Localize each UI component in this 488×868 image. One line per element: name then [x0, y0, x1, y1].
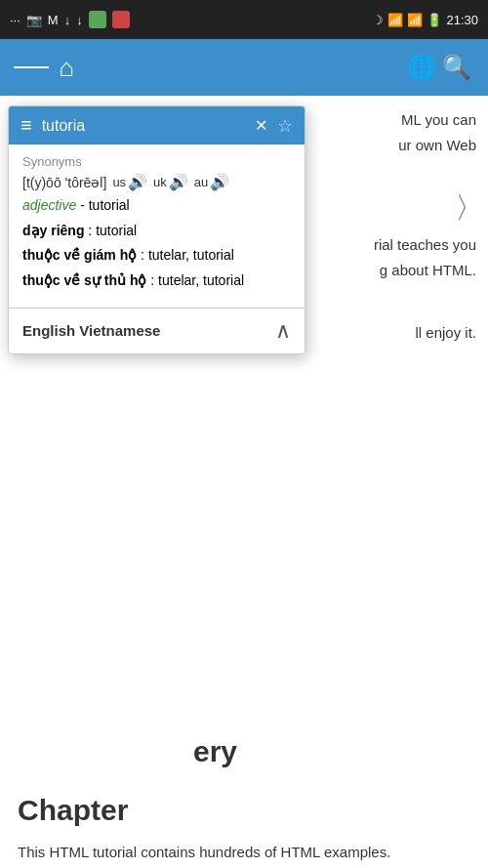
wifi-icon: 📶: [387, 13, 403, 27]
search-icon: 🔍: [442, 54, 471, 81]
gmail-icon: M: [48, 13, 59, 27]
chapter-section: Chapter This HTML tutorial contains hund…: [0, 780, 488, 868]
au-audio-button[interactable]: au 🔊: [194, 173, 229, 191]
time-display: 21:30: [446, 13, 478, 27]
chevron-up-button[interactable]: ∧: [275, 318, 291, 344]
dict-entry-1: adjective - tutorial: [22, 195, 291, 217]
uk-audio-button[interactable]: uk 🔊: [153, 173, 188, 191]
nav-bar: ⌂ 🌐 🔍: [0, 39, 488, 96]
entry-4-text: : tutelar, tutorial: [146, 272, 244, 288]
status-icons-left: ··· 📷 M ↓ ↓: [10, 11, 130, 28]
dict-star-button[interactable]: ☆: [277, 115, 293, 137]
page-lower-content: ery: [0, 735, 488, 770]
dict-popup-title: tutoria: [42, 117, 245, 135]
status-icons-right: ☽ 📶 📶 🔋 21:30: [372, 13, 478, 27]
home-icon: ⌂: [59, 53, 74, 83]
chapter-title: Chapter: [18, 794, 470, 827]
us-audio-button[interactable]: us 🔊: [112, 173, 147, 191]
dict-language-label: English Vietnamese: [22, 322, 160, 339]
dots-icon: ···: [10, 13, 20, 27]
au-speaker-icon: 🔊: [210, 173, 229, 191]
camera-icon: 📷: [26, 13, 42, 27]
globe-button[interactable]: 🌐: [404, 50, 439, 85]
hamburger-menu-button[interactable]: [14, 50, 49, 85]
bg-text-line2: ur own Web: [398, 133, 476, 158]
entry-3-bold: thuộc về giám hộ: [22, 247, 137, 263]
word-type-label: adjective: [22, 197, 76, 213]
bg-text-mid2: g about HTML.: [374, 258, 476, 283]
status-bar: ··· 📷 M ↓ ↓ ☽ 📶 📶 🔋 21:30: [0, 0, 488, 39]
entry-1-text: - tutorial: [76, 197, 129, 213]
bg-text-bot1: ll enjoy it.: [415, 320, 476, 346]
very-fragment: ery: [18, 735, 470, 768]
right-arrow-decoration: 〉: [455, 188, 484, 228]
app1-icon: [89, 11, 106, 28]
page-para-1: This HTML tutorial contains hundreds of …: [18, 841, 470, 864]
entry-3-text: : tutelar, tutorial: [137, 247, 234, 263]
entry-2-text: : tutorial: [84, 223, 137, 238]
au-label: au: [194, 175, 208, 189]
moon-icon: ☽: [372, 13, 384, 27]
uk-speaker-icon: 🔊: [169, 173, 188, 191]
signal-icon: 📶: [407, 13, 423, 27]
bg-text-middle: rial teaches you g about HTML.: [374, 232, 476, 282]
dict-popup-body: Synonyms [t(y)ōō 'tôrēəl] us 🔊 uk 🔊 au 🔊: [9, 145, 305, 308]
home-button[interactable]: ⌂: [49, 50, 84, 85]
dict-popup-footer: English Vietnamese ∧: [9, 308, 305, 353]
bg-text-bottom: ll enjoy it.: [415, 320, 476, 346]
main-content: 〈 〉 ML you can ur own Web rial teaches y…: [0, 96, 488, 780]
synonyms-label: Synonyms: [22, 154, 291, 169]
dictionary-popup: ≡ tutoria ✕ ☆ Synonyms [t(y)ōō 'tôrēəl] …: [8, 105, 305, 354]
download-icon: ↓: [64, 13, 71, 27]
dict-close-button[interactable]: ✕: [255, 116, 267, 135]
phonetic-text: [t(y)ōō 'tôrēəl]: [22, 175, 106, 190]
download2-icon: ↓: [76, 13, 83, 27]
us-speaker-icon: 🔊: [128, 173, 147, 191]
bg-text-line1: ML you can: [398, 107, 476, 133]
app2-icon: [112, 11, 130, 28]
search-button[interactable]: 🔍: [439, 50, 474, 85]
bg-text-top: ML you can ur own Web: [398, 107, 476, 157]
dict-entry-2: dạy riêng : tutorial: [22, 221, 291, 242]
dict-entry-4: thuộc về sự thủ hộ : tutelar, tutorial: [22, 270, 291, 292]
uk-label: uk: [153, 175, 167, 189]
pronunciation-row: [t(y)ōō 'tôrēəl] us 🔊 uk 🔊 au 🔊: [22, 173, 291, 191]
bg-text-mid1: rial teaches you: [374, 232, 476, 258]
entry-2-bold: dạy riêng: [22, 223, 84, 238]
dict-menu-icon[interactable]: ≡: [20, 114, 32, 137]
globe-icon: 🌐: [407, 54, 436, 81]
dict-popup-header: ≡ tutoria ✕ ☆: [9, 106, 305, 145]
dict-entry-3: thuộc về giám hộ : tutelar, tutorial: [22, 245, 291, 267]
us-label: us: [112, 175, 126, 189]
entry-4-bold: thuộc về sự thủ hộ: [22, 272, 146, 288]
battery-icon: 🔋: [427, 13, 442, 27]
